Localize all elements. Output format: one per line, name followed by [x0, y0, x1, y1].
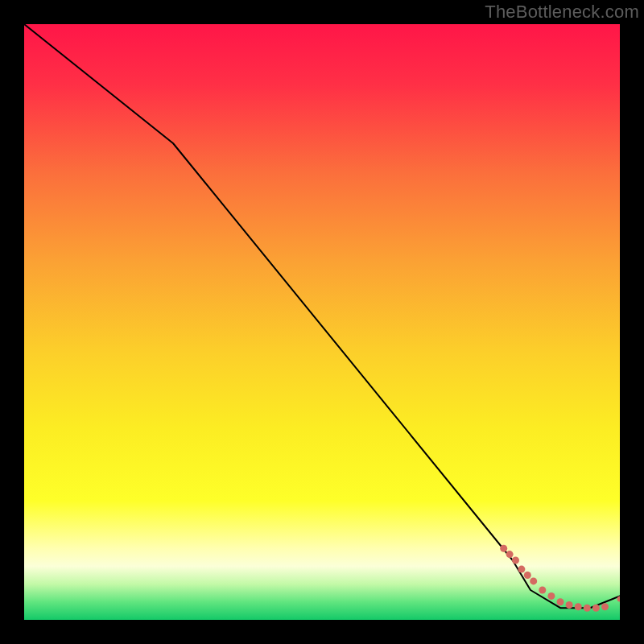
marker-point — [512, 557, 519, 564]
plot-area — [24, 24, 620, 620]
marker-point — [566, 601, 573, 609]
marker-point — [518, 566, 525, 573]
marker-point — [539, 587, 546, 594]
watermark-text: TheBottleneck.com — [485, 2, 639, 23]
marker-point — [524, 572, 531, 579]
marker-point — [530, 577, 537, 584]
marker-point — [557, 598, 564, 605]
marker-point — [584, 605, 591, 612]
highlight-markers — [24, 24, 620, 620]
marker-point — [506, 551, 514, 558]
marker-point — [592, 605, 600, 612]
marker-point — [617, 597, 621, 602]
marker-point — [500, 545, 507, 552]
marker-point — [601, 603, 609, 610]
marker-point — [575, 603, 582, 610]
marker-point — [547, 592, 555, 600]
chart-frame: TheBottleneck.com — [0, 0, 644, 644]
